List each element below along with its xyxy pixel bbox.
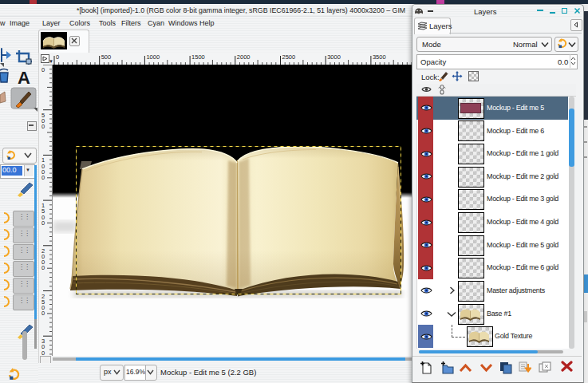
svg-text:0: 0 [41,219,45,227]
svg-text:0: 0 [41,123,45,130]
svg-text:0: 0 [41,264,45,271]
svg-text:500: 500 [101,53,112,61]
svg-text:1500: 1500 [191,53,205,61]
svg-text:0: 0 [41,310,45,317]
svg-text:0: 0 [41,66,45,73]
svg-text:0: 0 [41,174,45,181]
svg-text:0: 0 [56,53,59,61]
svg-text:3000: 3000 [327,53,341,61]
svg-text:1000: 1000 [146,53,160,61]
svg-text:2500: 2500 [282,53,296,61]
svg-text:2000: 2000 [237,53,251,61]
svg-text:A: A [18,68,30,88]
svg-text:3500: 3500 [373,53,386,61]
